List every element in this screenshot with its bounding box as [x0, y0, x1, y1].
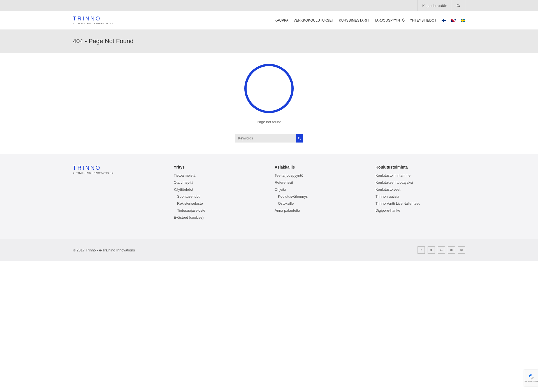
footer-link[interactable]: Ohjeita: [275, 187, 364, 192]
footer-link[interactable]: Koulutuksen tuottajaksi: [375, 180, 465, 185]
main-nav: KAUPPA VERKKOKOULUTUKSET KURSSIMESTARIT …: [275, 18, 465, 22]
footer-link[interactable]: Anna palautetta: [275, 208, 364, 213]
logo-tagline: E-TRAINING INNOVATIONS: [73, 22, 114, 25]
footer-logo-col: TRINNO E-TRAINING INNOVATIONS: [73, 165, 163, 222]
footer-link[interactable]: Referenssit: [275, 180, 364, 185]
search-button[interactable]: [296, 134, 303, 143]
svg-line-3: [300, 139, 301, 140]
footer-heading: Koulutustoiminta: [375, 165, 465, 169]
search-box: [235, 134, 303, 143]
linkedin-icon: [440, 249, 443, 251]
instagram-link[interactable]: [458, 246, 465, 254]
svg-point-0: [457, 4, 459, 6]
svg-point-5: [461, 249, 462, 250]
youtube-icon: [450, 249, 453, 251]
nav-item-kauppa[interactable]: KAUPPA: [275, 18, 289, 22]
footer-link[interactable]: Tee tarjouspyyntö: [275, 173, 364, 178]
facebook-link[interactable]: [418, 246, 425, 254]
footer-link[interactable]: Käyttöehdot: [174, 187, 263, 192]
error-message: Page not found: [257, 120, 281, 124]
footer-heading: Yritys: [174, 165, 263, 169]
twitter-icon: [430, 249, 433, 251]
nav-item-verkkokoulutukset[interactable]: VERKKOKOULUTUKSET: [294, 18, 334, 22]
main-content: Page not found: [0, 53, 538, 154]
svg-line-1: [459, 6, 460, 7]
footer-link[interactable]: Koulutustoimintamme: [375, 173, 465, 178]
footer-sublink[interactable]: Tietosuojaseloste: [177, 208, 263, 213]
flag-en-icon[interactable]: [451, 19, 456, 22]
svg-point-6: [462, 249, 462, 249]
footer-link[interactable]: Trinnon uutisia: [375, 194, 465, 199]
footer-col-yritys: Yritys Tietoa meistä Ota yhteyttä Käyttö…: [174, 165, 263, 222]
footer-link[interactable]: Ota yhteyttä: [174, 180, 263, 185]
twitter-link[interactable]: [428, 246, 435, 254]
bottombar: © 2017 Trinno - e-Training Innovations: [0, 239, 538, 261]
page-title: 404 - Page Not Found: [73, 38, 465, 45]
footer-link[interactable]: Digipore-hanke: [375, 208, 465, 213]
footer-sublink[interactable]: Ostoksille: [278, 201, 364, 206]
footer-logo[interactable]: TRINNO E-TRAINING INNOVATIONS: [73, 165, 163, 174]
titlebar: 404 - Page Not Found: [0, 30, 538, 53]
facebook-icon: [420, 249, 423, 251]
instagram-icon: [460, 249, 463, 251]
footer-heading: Asiakkaille: [275, 165, 364, 169]
youtube-link[interactable]: [448, 246, 455, 254]
footer-link[interactable]: Evästeet (cookies): [174, 215, 263, 220]
logo-name: TRINNO: [73, 16, 114, 21]
search-icon: [456, 4, 460, 8]
footer-link[interactable]: Tietoa meistä: [174, 173, 263, 178]
login-link[interactable]: Kirjaudu sisään: [418, 0, 452, 11]
nav-item-kurssimestarit[interactable]: KURSSIMESTARIT: [339, 18, 369, 22]
flag-fi-icon[interactable]: [442, 19, 446, 22]
search-toggle[interactable]: [452, 0, 465, 11]
footer: TRINNO E-TRAINING INNOVATIONS Yritys Tie…: [0, 154, 538, 239]
footer-col-asiakkaille: Asiakkaille Tee tarjouspyyntö Referenssi…: [275, 165, 364, 222]
search-icon: [298, 137, 301, 140]
footer-link[interactable]: Koulutustoiveet: [375, 187, 465, 192]
topbar: Kirjaudu sisään: [0, 0, 538, 11]
social-links: [418, 246, 465, 254]
search-input[interactable]: [235, 134, 296, 143]
footer-sublink[interactable]: Rekisteriseloste: [177, 201, 263, 206]
footer-sublink[interactable]: Koulutusvähennys: [278, 194, 364, 199]
nav-item-tarjouspyynto[interactable]: TARJOUSPYYNTÖ: [374, 18, 405, 22]
logo[interactable]: TRINNO E-TRAINING INNOVATIONS: [73, 16, 114, 25]
footer-col-koulutustoiminta: Koulutustoiminta Koulutustoimintamme Kou…: [375, 165, 465, 222]
linkedin-link[interactable]: [438, 246, 445, 254]
flag-sv-icon[interactable]: [461, 19, 465, 22]
logo-name: TRINNO: [73, 165, 163, 171]
header: TRINNO E-TRAINING INNOVATIONS KAUPPA VER…: [0, 11, 538, 30]
logo-tagline: E-TRAINING INNOVATIONS: [73, 172, 163, 174]
error-circle-icon: [244, 64, 294, 113]
footer-sublink[interactable]: Suoritusehdot: [177, 194, 263, 199]
svg-point-2: [298, 137, 300, 139]
footer-link[interactable]: Trinno Vartti Live -tallenteet: [375, 201, 465, 206]
copyright: © 2017 Trinno - e-Training Innovations: [73, 248, 135, 252]
nav-item-yhteystiedot[interactable]: YHTEYSTIEDOT: [410, 18, 437, 22]
